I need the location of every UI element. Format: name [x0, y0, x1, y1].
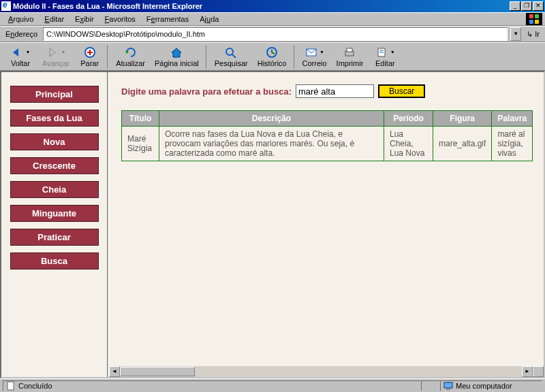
col-descricao: Descrição	[159, 111, 384, 127]
horizontal-scrollbar[interactable]: ◄ ►	[109, 366, 544, 377]
menu-arquivo[interactable]: Arquivo	[3, 14, 39, 24]
close-button[interactable]: ✕	[533, 1, 544, 11]
windows-flag-icon	[526, 13, 542, 25]
minimize-button[interactable]: _	[510, 1, 520, 11]
scroll-left-icon[interactable]: ◄	[109, 366, 120, 377]
search-button[interactable]: Pesquisar	[211, 45, 252, 69]
history-button[interactable]: Histórico	[253, 45, 294, 69]
menu-editar-label: ditar	[50, 15, 64, 23]
sidebar-item-cheia[interactable]: Cheia	[10, 181, 99, 198]
cell-figura: mare_alta.gif	[433, 127, 492, 161]
print-icon	[343, 46, 356, 59]
chevron-down-icon: ▼	[26, 50, 31, 54]
svg-rect-20	[446, 389, 450, 390]
chevron-down-icon: ▼	[390, 50, 395, 54]
col-palavra: Palavra	[492, 111, 533, 127]
menu-ferramentas[interactable]: Ferramentas	[141, 14, 194, 24]
status-text-left: Concluído	[18, 382, 52, 390]
sidebar-item-busca[interactable]: Busca	[10, 252, 99, 270]
go-button[interactable]: ↳ Ir	[524, 30, 542, 39]
scroll-thumb[interactable]	[120, 367, 195, 376]
cell-descricao: Ocorre nas fases da Lua Nova e da Lua Ch…	[159, 127, 384, 161]
address-dropdown[interactable]: ▼	[510, 27, 521, 41]
refresh-button[interactable]: Atualizar	[112, 45, 149, 69]
back-button[interactable]: ▼ Voltar	[4, 45, 37, 69]
sidebar-item-fases[interactable]: Fases da Lua	[10, 110, 99, 127]
menu-arquivo-label: rquivo	[13, 15, 33, 23]
search-input[interactable]	[296, 84, 374, 98]
cell-palavra: maré al sizígia, vivas	[492, 127, 533, 161]
menu-ajuda[interactable]: Ajuda	[194, 14, 224, 24]
address-field[interactable]	[43, 27, 508, 41]
restore-button[interactable]: ❐	[521, 1, 532, 11]
home-label: Página inicial	[155, 59, 199, 67]
col-titulo: Título	[122, 111, 159, 127]
sidebar-item-praticar[interactable]: Praticar	[10, 229, 99, 246]
toolbar: ▼ Voltar ▼ Avançar Parar Atualizar Págin…	[0, 42, 545, 71]
menu-favoritos[interactable]: Favoritos	[99, 14, 141, 24]
search-row: Digite uma palavra para efetuar a busca:…	[121, 84, 544, 98]
home-button[interactable]: Página inicial	[151, 45, 206, 69]
cell-periodo: Lua Cheia, Lua Nova	[384, 127, 433, 161]
refresh-label: Atualizar	[116, 59, 145, 67]
status-pane-ssl	[421, 380, 440, 391]
content-frame: Principal Fases da Lua Nova Crescente Ch…	[0, 71, 545, 378]
svg-rect-0	[529, 14, 533, 18]
search-prompt: Digite uma palavra para efetuar a busca:	[121, 86, 292, 97]
menu-exibir[interactable]: Exibir	[69, 14, 99, 24]
sidebar-item-principal[interactable]: Principal	[10, 86, 99, 103]
scroll-right-icon[interactable]: ►	[522, 366, 533, 377]
computer-icon	[443, 381, 453, 391]
svg-rect-1	[535, 14, 539, 18]
chevron-down-icon: ▼	[320, 50, 324, 54]
statusbar: Concluído Meu computador	[0, 378, 545, 392]
search-label: Pesquisar	[215, 59, 248, 67]
buscar-button[interactable]: Buscar	[378, 84, 425, 98]
forward-button[interactable]: ▼ Avançar	[38, 45, 74, 69]
search-icon	[224, 46, 238, 59]
scroll-corner	[533, 366, 544, 377]
menu-exibir-label: ibir	[84, 15, 94, 23]
edit-label: Editar	[375, 59, 395, 67]
mail-icon	[305, 46, 318, 59]
stop-button[interactable]: Parar	[75, 45, 108, 69]
address-input[interactable]	[46, 30, 504, 38]
refresh-icon	[124, 46, 138, 59]
mail-label: Correio	[302, 59, 327, 67]
print-button[interactable]: Imprimir	[332, 45, 368, 69]
forward-icon	[46, 46, 60, 59]
svg-rect-19	[444, 382, 452, 388]
go-label: Ir	[535, 30, 540, 38]
table-row: Maré Sizígia Ocorre nas fases da Lua Nov…	[122, 127, 533, 161]
stop-icon	[83, 46, 97, 59]
sidebar: Principal Fases da Lua Nova Crescente Ch…	[1, 72, 107, 377]
forward-label: Avançar	[42, 59, 69, 67]
svg-line-11	[272, 52, 275, 54]
status-right: Meu computador	[440, 380, 542, 391]
address-label: Endereço	[3, 30, 40, 38]
edit-icon	[375, 46, 389, 59]
sidebar-item-nova[interactable]: Nova	[10, 133, 99, 150]
svg-line-8	[232, 54, 236, 58]
main-panel: Digite uma palavra para efetuar a busca:…	[109, 72, 544, 377]
menu-ferramentas-label: rramentas	[155, 15, 189, 23]
col-figura: Figura	[433, 111, 492, 127]
status-left: Concluído	[3, 380, 421, 391]
menu-favoritos-label: avoritos	[109, 15, 136, 23]
menubar: Arquivo Editar Exibir Favoritos Ferramen…	[0, 12, 545, 26]
svg-point-7	[226, 48, 233, 55]
scroll-track[interactable]	[120, 366, 522, 377]
svg-rect-14	[347, 48, 352, 52]
history-icon	[265, 46, 279, 59]
mail-button[interactable]: ▼ Correio	[298, 45, 331, 69]
history-label: Histórico	[258, 59, 287, 67]
chevron-down-icon: ▼	[61, 50, 66, 54]
home-icon	[170, 46, 183, 59]
svg-rect-3	[535, 20, 539, 24]
stop-label: Parar	[80, 59, 99, 67]
menu-editar[interactable]: Editar	[39, 14, 69, 24]
status-text-right: Meu computador	[456, 382, 512, 390]
sidebar-item-crescente[interactable]: Crescente	[10, 157, 99, 174]
edit-button[interactable]: ▼ Editar	[369, 45, 401, 69]
sidebar-item-minguante[interactable]: Minguante	[10, 205, 99, 222]
